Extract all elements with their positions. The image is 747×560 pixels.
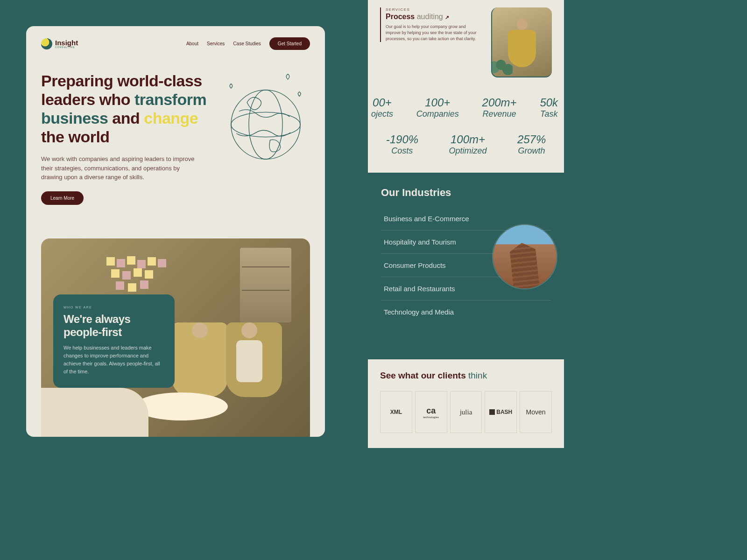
services-section: SERVICES Process auditing ↗ Our goal is … <box>368 0 564 79</box>
client-logos: XML ca technologies julia BASH Moven <box>380 391 552 433</box>
stat-item: 257%Growth <box>517 133 546 156</box>
client-logo-xml[interactable]: XML <box>380 391 412 433</box>
clients-section: See what our clients think XML ca techno… <box>368 359 564 448</box>
navbar: Insight CONSULTING About Services Case S… <box>41 37 310 50</box>
client-logo-julia[interactable]: julia <box>450 391 482 433</box>
brand-name: Insight <box>55 39 78 46</box>
nav-link-case-studies[interactable]: Case Studies <box>233 41 261 46</box>
svg-point-2 <box>249 90 282 159</box>
svg-point-0 <box>231 90 300 159</box>
stat-item: 00+ojects <box>371 96 393 119</box>
industries-section: Our Industries Business and E-Commerce H… <box>368 173 564 359</box>
nav-links: About Services Case Studies Get Started <box>186 37 310 50</box>
who-we-are-card: WHO WE ARE We're always people-first We … <box>41 238 310 437</box>
industry-item[interactable]: Technology and Media <box>381 301 551 323</box>
nav-link-about[interactable]: About <box>186 41 198 46</box>
stat-item: 50kTask <box>540 96 558 119</box>
arrow-icon: ↗ <box>445 14 449 20</box>
services-desc: Our goal is to help your company grow an… <box>386 24 479 42</box>
stats-section: 00+ojects 100+Companies 200m+Revenue 50k… <box>368 79 564 173</box>
globe-illustration <box>221 71 310 205</box>
hero-subtext: We work with companies and aspiring lead… <box>41 154 200 182</box>
stat-item: 200m+Revenue <box>482 96 517 119</box>
client-logo-ca[interactable]: ca technologies <box>415 391 447 433</box>
learn-more-button[interactable]: Learn More <box>41 191 84 205</box>
hero-heading: Preparing world-class leaders who transf… <box>41 71 212 146</box>
services-title[interactable]: Process auditing ↗ <box>386 13 485 21</box>
cube-icon <box>489 409 495 415</box>
mobile-preview: SERVICES Process auditing ↗ Our goal is … <box>368 0 564 448</box>
stat-item: 100m+Optimized <box>449 133 486 156</box>
hero: Preparing world-class leaders who transf… <box>41 71 310 205</box>
nav-link-services[interactable]: Services <box>207 41 225 46</box>
brand-sub: CONSULTING <box>55 46 78 49</box>
eyebrow-label: WHO WE ARE <box>63 306 164 309</box>
services-image <box>491 7 552 77</box>
stat-item: 100+Companies <box>416 96 459 119</box>
get-started-button[interactable]: Get Started <box>269 37 310 50</box>
desktop-preview: Insight CONSULTING About Services Case S… <box>26 26 325 437</box>
client-logo-moven[interactable]: Moven <box>520 391 552 433</box>
services-eyebrow: SERVICES <box>386 7 485 12</box>
logo-mark-icon <box>41 38 52 49</box>
clients-heading: See what our clients think <box>380 371 552 381</box>
who-heading: We're always people-first <box>63 313 164 338</box>
client-logo-bash[interactable]: BASH <box>485 391 517 433</box>
stat-item: -190%Costs <box>386 133 418 156</box>
industry-image-bubble <box>492 224 557 289</box>
who-body: We help businesses and leaders make chan… <box>63 344 164 376</box>
industries-heading: Our Industries <box>381 187 551 199</box>
who-we-are-overlay: WHO WE ARE We're always people-first We … <box>53 294 175 388</box>
logo[interactable]: Insight CONSULTING <box>41 38 78 49</box>
